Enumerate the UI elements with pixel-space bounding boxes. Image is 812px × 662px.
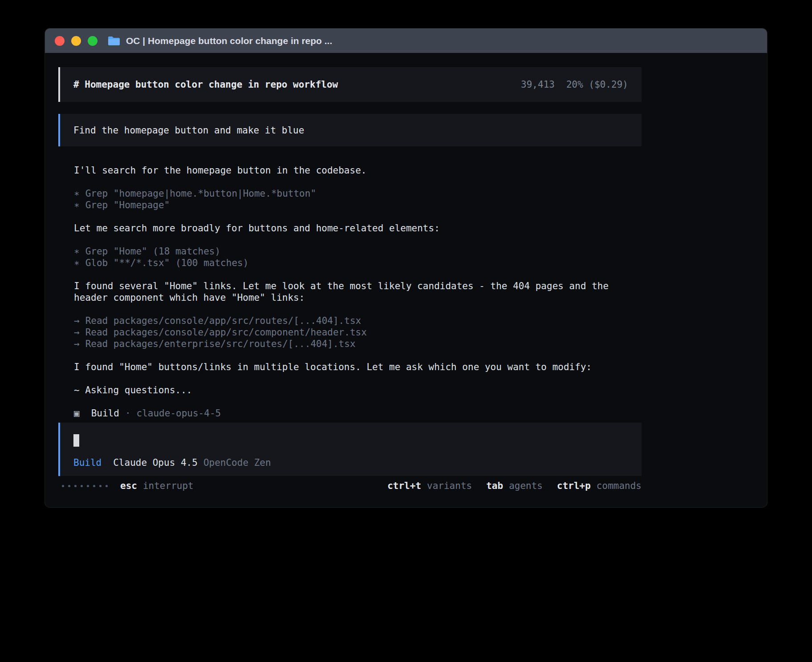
tool-label: Grep "homepage|home.*button|Home.*button… (85, 188, 316, 199)
tool-label: Read packages/console/app/src/routes/[..… (85, 315, 361, 327)
agents-hint: tab agents (486, 480, 543, 491)
variants-hint: ctrl+t variants (387, 480, 472, 491)
context-usage: 20% ($0.29) (566, 79, 628, 90)
tool-call-group: ∗ Grep "homepage|home.*button|Home.*butt… (74, 188, 641, 211)
tool-call-group: ∗ Grep "Home" (18 matches) ∗ Glob "**/*.… (74, 246, 641, 269)
input-agent-label: Build (73, 457, 102, 468)
window-title: OC | Homepage button color change in rep… (126, 36, 332, 46)
terminal-window: OC | Homepage button color change in rep… (45, 28, 767, 508)
tool-call-line: ∗ Grep "homepage|home.*button|Home.*butt… (74, 188, 641, 199)
tool-call-line: → Read packages/console/app/src/routes/[… (74, 315, 641, 327)
input-model-label: Claude Opus 4.5 (113, 457, 198, 468)
session-header: # Homepage button color change in repo w… (58, 67, 641, 102)
status-right: ctrl+t variants tab agents ctrl+p comman… (387, 480, 641, 491)
status-bar: esc interrupt ctrl+t variants tab agents… (58, 480, 641, 492)
agent-model: claude-opus-4-5 (137, 408, 221, 419)
activity-line: ~ Asking questions... (74, 384, 641, 396)
agent-name: Build (91, 408, 119, 419)
folder-icon (107, 36, 121, 46)
arrow-right-icon: → (74, 338, 80, 350)
asterisk-icon: ∗ (74, 257, 80, 269)
tool-label: Glob "**/*.tsx" (100 matches) (85, 257, 249, 269)
tool-label: Grep "Home" (18 matches) (85, 246, 220, 257)
asterisk-icon: ∗ (74, 246, 80, 257)
commands-hint: ctrl+p commands (557, 480, 641, 491)
tool-label: Grep "Homepage" (85, 199, 170, 211)
asterisk-icon: ∗ (74, 199, 80, 211)
zoom-button[interactable] (88, 36, 97, 46)
titlebar: OC | Homepage button color change in rep… (45, 28, 767, 53)
tool-label: Read packages/console/app/src/component/… (85, 327, 367, 338)
arrow-right-icon: → (74, 315, 80, 327)
status-left: esc interrupt (62, 480, 194, 491)
assistant-paragraph: Let me search more broadly for buttons a… (74, 222, 641, 234)
traffic-lights (55, 36, 97, 46)
spinner-icon (62, 485, 108, 487)
tool-call-line: → Read packages/console/app/src/componen… (74, 327, 641, 338)
agent-badge-line: ▣ Build · claude-opus-4-5 (74, 408, 641, 419)
assistant-paragraph: I found several "Home" links. Let me loo… (74, 280, 641, 303)
session-stats: 39,413 20% ($0.29) (521, 79, 628, 90)
input-meta: Build Claude Opus 4.5 OpenCode Zen (73, 457, 628, 468)
transcript: I'll search for the homepage button in t… (58, 146, 641, 419)
asterisk-icon: ∗ (74, 188, 80, 199)
dot-separator: · (125, 408, 131, 419)
text-cursor (73, 434, 79, 447)
token-count: 39,413 (521, 79, 555, 90)
arrow-right-icon: → (74, 327, 80, 338)
input-provider-label: OpenCode Zen (203, 457, 271, 468)
assistant-paragraph: I found "Home" buttons/links in multiple… (74, 361, 641, 373)
tool-call-line: ∗ Glob "**/*.tsx" (100 matches) (74, 257, 641, 269)
user-message: Find the homepage button and make it blu… (58, 114, 641, 146)
agent-square-icon: ▣ (74, 408, 80, 419)
esc-key: esc (120, 480, 137, 491)
tool-call-line: → Read packages/enterprise/src/routes/[.… (74, 338, 641, 350)
close-button[interactable] (55, 36, 65, 46)
session-title: # Homepage button color change in repo w… (73, 79, 338, 90)
assistant-paragraph: I'll search for the homepage button in t… (74, 165, 641, 176)
interrupt-hint: esc interrupt (120, 480, 194, 491)
minimize-button[interactable] (71, 36, 81, 46)
user-message-text: Find the homepage button and make it blu… (73, 125, 304, 136)
tool-call-group: → Read packages/console/app/src/routes/[… (74, 315, 641, 350)
prompt-input[interactable]: Build Claude Opus 4.5 OpenCode Zen (58, 423, 641, 476)
tool-call-line: ∗ Grep "Homepage" (74, 199, 641, 211)
tool-label: Read packages/enterprise/src/routes/[...… (85, 338, 356, 350)
tool-call-line: ∗ Grep "Home" (18 matches) (74, 246, 641, 257)
